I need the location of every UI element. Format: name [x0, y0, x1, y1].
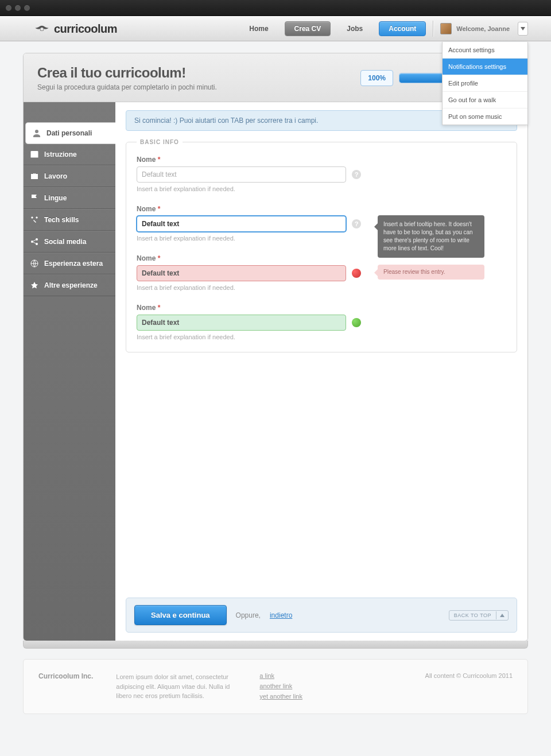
required-indicator: * [158, 205, 161, 213]
nav-divider [433, 21, 433, 37]
person-icon [33, 129, 41, 137]
traffic-light-dot [24, 5, 30, 11]
dropdown-item[interactable]: Put on some music [443, 108, 527, 125]
nav-jobs[interactable]: Jobs [341, 21, 368, 36]
sidebar-item[interactable]: Social media [24, 231, 115, 253]
brand-text: curricoolum [54, 22, 117, 36]
top-navbar: curricoolum Home Crea CV Jobs Account We… [0, 16, 551, 41]
traffic-light-dot [6, 5, 11, 11]
welcome-text: Welcome, Joanne [456, 25, 510, 32]
back-link[interactable]: indietro [270, 611, 292, 619]
form-field: Nome *?Insert a brief explanation if nee… [137, 205, 506, 242]
sidebar-item[interactable]: Altre esperienze [24, 274, 115, 296]
share-icon [30, 238, 38, 246]
required-indicator: * [158, 254, 161, 262]
svg-point-2 [36, 238, 38, 241]
nav-account-button[interactable]: Account [379, 21, 426, 36]
sidebar-item[interactable]: Istruzione [24, 144, 115, 165]
back-to-top-label: BACK TO TOP [449, 611, 496, 620]
footer-copyright: All content © Curricoolum 2011 [425, 672, 513, 701]
field-label: Nome * [137, 254, 506, 262]
action-bar: Salva e continua Oppure, indietro BACK T… [126, 598, 517, 633]
sidebar-item-label: Istruzione [44, 150, 77, 158]
required-indicator: * [158, 156, 161, 164]
back-to-top-button[interactable]: BACK TO TOP [449, 610, 509, 621]
dropdown-item[interactable]: Go out for a walk [443, 92, 527, 108]
sidebar-item[interactable]: Lavoro [24, 165, 115, 187]
book-icon [30, 150, 38, 158]
user-dropdown: Account settingsNotifications settingsEd… [442, 42, 528, 125]
form-field: Nome *Insert a brief explanation if need… [137, 304, 506, 340]
error-tooltip: Please review this entry. [378, 265, 484, 280]
nav-crea-cv-button[interactable]: Crea CV [285, 21, 331, 36]
sidebar-item-label: Dati personali [46, 129, 92, 137]
dropdown-item[interactable]: Account settings [443, 42, 527, 59]
panel-bottom-strip [23, 641, 528, 649]
sidebar-item-label: Lingue [44, 194, 67, 202]
field-label: Nome * [137, 304, 506, 312]
progress-percent: 100% [360, 70, 393, 86]
text-input[interactable] [137, 216, 346, 232]
or-text: Oppure, [236, 611, 261, 619]
sidebar-item[interactable]: Esperienza estera [24, 253, 115, 274]
sidebar-item[interactable]: Lingue [24, 187, 115, 209]
footer-company: Curricoolum Inc. [38, 672, 93, 680]
footer-link[interactable]: yet another link [259, 693, 302, 700]
flag-icon [30, 194, 38, 202]
text-input[interactable] [137, 315, 346, 331]
traffic-light-dot [15, 5, 21, 11]
footer-link[interactable]: another link [259, 683, 302, 689]
help-icon[interactable] [352, 269, 361, 278]
user-block[interactable]: Welcome, Joanne [440, 22, 528, 36]
chevron-up-icon [496, 611, 508, 619]
tools-icon [30, 216, 38, 224]
os-titlebar [0, 0, 551, 16]
tooltip: Insert a brief tooltip here. It doesn't … [378, 215, 484, 258]
field-label: Nome * [137, 156, 506, 164]
required-indicator: * [158, 304, 161, 312]
basic-info-fieldset: BASIC INFO Nome *?Insert a brief explana… [126, 139, 517, 352]
page-title: Crea il tuo curricoolum! [37, 65, 217, 81]
save-continue-button[interactable]: Salva e continua [134, 605, 227, 625]
footer-description: Lorem ipsum dolor sit amet, consectetur … [116, 672, 236, 701]
sidebar-item-label: Esperienza estera [44, 259, 103, 267]
field-help-text: Insert a brief explanation if needed. [137, 284, 506, 291]
help-icon[interactable] [352, 318, 361, 327]
star-icon [30, 281, 38, 289]
sidebar-item-label: Altre esperienze [44, 281, 98, 289]
help-icon[interactable]: ? [352, 219, 361, 228]
help-icon[interactable]: ? [352, 170, 361, 179]
sidebar: Dati personaliIstruzioneLavoroLingueTech… [24, 102, 115, 641]
svg-point-3 [36, 243, 38, 245]
dropdown-item[interactable]: Notifications settings [443, 59, 527, 75]
wings-icon [34, 24, 49, 34]
footer-links: a linkanother linkyet another link [259, 672, 302, 701]
chevron-down-icon [521, 27, 525, 30]
dropdown-item[interactable]: Edit profile [443, 75, 527, 92]
field-help-text: Insert a brief explanation if needed. [137, 185, 506, 192]
fieldset-legend: BASIC INFO [137, 139, 183, 145]
footer-link[interactable]: a link [259, 672, 302, 679]
field-label: Nome * [137, 205, 506, 213]
text-input[interactable] [137, 166, 346, 183]
svg-point-1 [31, 241, 33, 243]
avatar [440, 23, 452, 34]
brand-logo[interactable]: curricoolum [34, 22, 117, 36]
field-help-text: Insert a brief explanation if needed. [137, 334, 506, 340]
sidebar-item[interactable]: Dati personali [26, 123, 115, 144]
sidebar-item-label: Tech skills [44, 216, 79, 224]
briefcase-icon [30, 172, 38, 180]
sidebar-item[interactable]: Tech skills [24, 209, 115, 231]
text-input[interactable] [137, 265, 346, 281]
form-field: Nome *Insert a brief explanation if need… [137, 254, 506, 291]
globe-icon [30, 259, 38, 267]
sidebar-item-label: Lavoro [44, 172, 67, 180]
sidebar-item-label: Social media [44, 238, 86, 246]
page-subtitle: Segui la procedura guidata per completar… [37, 83, 217, 91]
nav-home[interactable]: Home [243, 21, 274, 36]
site-footer: Curricoolum Inc. Lorem ipsum dolor sit a… [23, 659, 528, 714]
form-field: Nome *?Insert a brief explanation if nee… [137, 156, 506, 192]
nav-links: Home Crea CV Jobs Account [243, 21, 426, 36]
user-menu-toggle[interactable] [518, 22, 528, 36]
